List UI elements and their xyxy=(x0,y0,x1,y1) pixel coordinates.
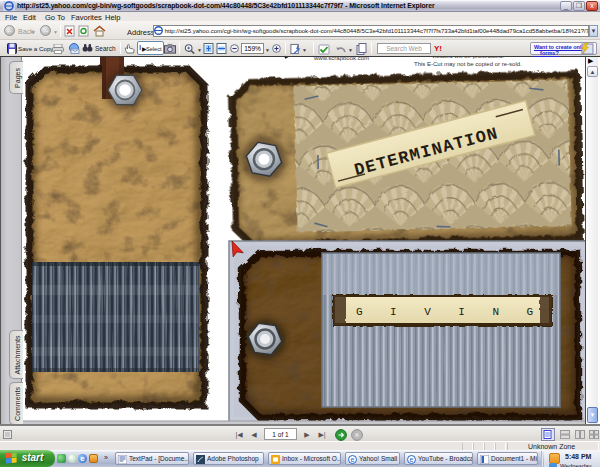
svg-text:www.scrapbook.com: www.scrapbook.com xyxy=(313,57,369,61)
svg-text:GIVING: GIVING xyxy=(356,306,561,318)
svg-text:This E-Cut may not be copied o: This E-Cut may not be copied or re-sold. xyxy=(414,61,522,67)
svg-text:violated will be prosecuted.: violated will be prosecuted. xyxy=(432,57,504,59)
svg-text:e: e xyxy=(351,456,355,463)
svg-text:e: e xyxy=(410,456,414,463)
